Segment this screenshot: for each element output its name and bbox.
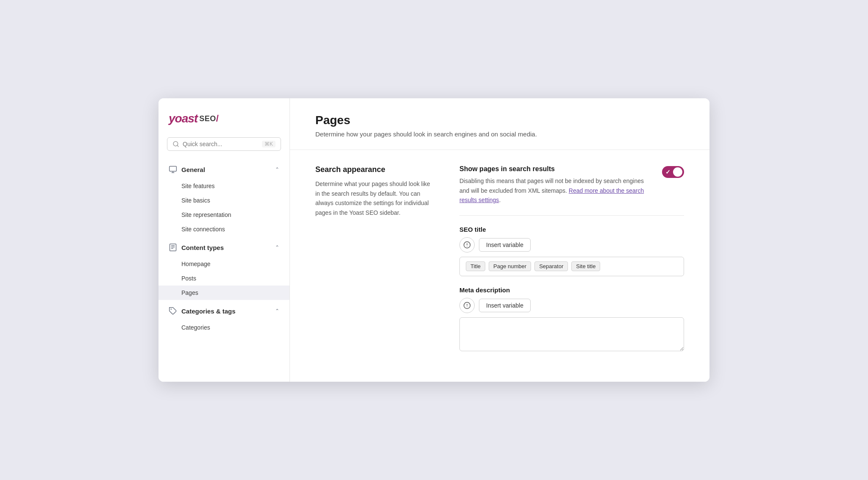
svg-rect-5 — [170, 244, 176, 251]
meta-description-insert-row: Insert variable — [459, 298, 684, 313]
search-appearance-controls: Show pages in search results Disabling t… — [459, 165, 684, 352]
svg-point-9 — [171, 309, 172, 310]
meta-description-label: Meta description — [459, 286, 684, 294]
page-header: Pages Determine how your pages should lo… — [290, 98, 709, 150]
content-types-label: Content types — [181, 244, 224, 251]
svg-rect-2 — [170, 166, 177, 172]
search-appearance-row: Search appearance Determine what your pa… — [315, 165, 684, 352]
general-section-header[interactable]: General ⌃ — [159, 161, 289, 178]
search-input[interactable] — [183, 141, 259, 147]
meta-desc-var-icon-btn[interactable] — [459, 298, 475, 313]
page-subtitle: Determine how your pages should look in … — [315, 130, 684, 138]
tag-separator: Separator — [534, 261, 568, 271]
logo-yoast: yoast — [169, 112, 198, 125]
categories-tags-label: Categories & tags — [181, 308, 236, 315]
categories-tags-chevron: ⌃ — [275, 308, 279, 314]
nav-section-categories-tags: Categories & tags ⌃ Categories — [159, 302, 289, 336]
search-appearance-text: Determine what your pages should look li… — [315, 179, 434, 217]
categories-tags-nav-items: Categories — [159, 319, 289, 336]
search-icon — [172, 141, 179, 147]
general-label: General — [181, 166, 205, 173]
general-nav-items: Site features Site basics Site represent… — [159, 178, 289, 237]
seo-title-label: SEO title — [459, 226, 684, 233]
main-content: Pages Determine how your pages should lo… — [290, 98, 709, 381]
seo-title-insert-variable-btn[interactable]: Insert variable — [479, 238, 531, 252]
sidebar-item-site-features[interactable]: Site features — [159, 179, 289, 193]
page-body: Search appearance Determine what your pa… — [290, 150, 709, 381]
seo-title-field[interactable]: Title Page number Separator Site title — [459, 257, 684, 276]
categories-tags-section-header[interactable]: Categories & tags ⌃ — [159, 302, 289, 319]
svg-line-1 — [177, 146, 178, 147]
content-types-nav-items: Homepage Posts Pages — [159, 256, 289, 301]
sidebar-item-site-basics[interactable]: Site basics — [159, 193, 289, 208]
logo-slash: / — [216, 113, 219, 124]
content-types-chevron: ⌃ — [275, 244, 279, 250]
toggle-title: Show pages in search results — [459, 165, 652, 173]
general-chevron: ⌃ — [275, 166, 279, 172]
sidebar-item-posts[interactable]: Posts — [159, 271, 289, 286]
sidebar-item-site-representation[interactable]: Site representation — [159, 208, 289, 222]
search-box[interactable]: ⌘K — [167, 137, 281, 151]
sidebar-item-pages[interactable]: Pages — [159, 286, 289, 300]
sidebar-item-site-connections[interactable]: Site connections — [159, 222, 289, 236]
logo-area: yoast SEO / — [159, 112, 289, 137]
toggle-description: Disabling this means that pages will not… — [459, 176, 652, 205]
monitor-icon — [169, 165, 177, 174]
tag-icon — [169, 307, 177, 315]
divider — [459, 215, 684, 216]
document-icon — [169, 243, 177, 252]
search-shortcut: ⌘K — [262, 141, 275, 147]
meta-description-textarea[interactable] — [459, 317, 684, 351]
show-in-search-toggle-row: Show pages in search results Disabling t… — [459, 165, 684, 205]
tag-page-number: Page number — [489, 261, 531, 271]
logo-seo: SEO — [199, 114, 216, 123]
seo-title-insert-row: Insert variable — [459, 237, 684, 252]
tag-site-title: Site title — [571, 261, 600, 271]
show-in-search-toggle[interactable]: ✓ — [662, 166, 684, 178]
sidebar: yoast SEO / ⌘K General ⌃ — [159, 98, 290, 381]
nav-section-general: General ⌃ Site features Site basics Site… — [159, 161, 289, 237]
sidebar-item-categories[interactable]: Categories — [159, 320, 289, 335]
seo-title-var-icon-btn[interactable] — [459, 237, 475, 252]
search-appearance-title: Search appearance — [315, 165, 434, 174]
page-title: Pages — [315, 114, 684, 127]
tag-title: Title — [466, 261, 485, 271]
nav-section-content-types: Content types ⌃ Homepage Posts Pages — [159, 239, 289, 301]
app-window: yoast SEO / ⌘K General ⌃ — [159, 98, 709, 381]
sidebar-item-homepage[interactable]: Homepage — [159, 257, 289, 271]
content-types-section-header[interactable]: Content types ⌃ — [159, 239, 289, 256]
logo: yoast SEO / — [169, 112, 279, 125]
search-appearance-description: Search appearance Determine what your pa… — [315, 165, 434, 352]
meta-desc-insert-variable-btn[interactable]: Insert variable — [479, 299, 531, 312]
